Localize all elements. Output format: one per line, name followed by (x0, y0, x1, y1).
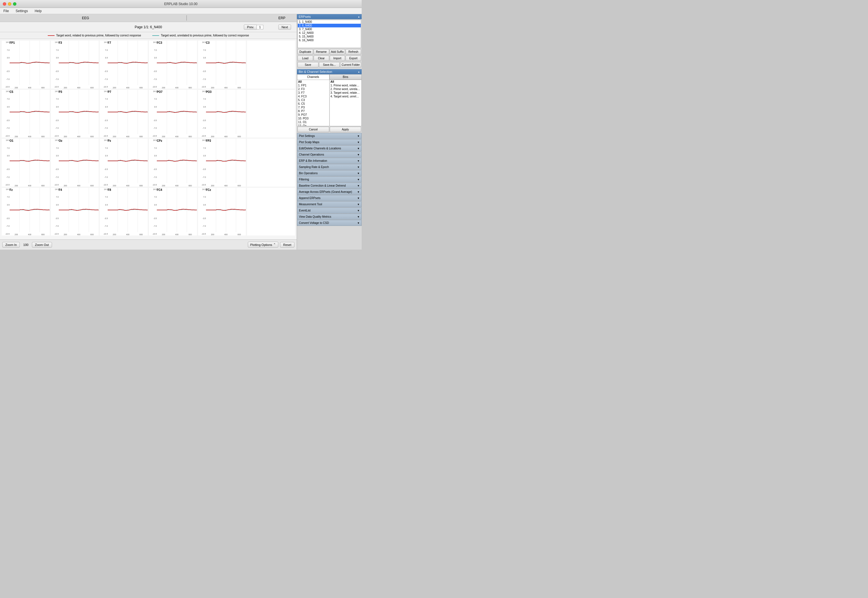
channel-list-item-10[interactable]: 10. PO3 (297, 117, 329, 120)
collapsed-section-erp--bin-information[interactable]: ERP & Bin Information▼ (297, 158, 362, 164)
bin-list-item-2[interactable]: 2. Prime word, unrelated to (330, 87, 362, 91)
btn-refresh[interactable]: Refresh (346, 49, 361, 54)
collapsed-section-view-data-quality-metrics[interactable]: View Data Quality Metrics▼ (297, 214, 362, 220)
erpset-item-4[interactable]: 4. 12_N400 (298, 31, 361, 35)
btn-current-folder[interactable]: Current Folder (340, 62, 361, 67)
collapsed-section-measurement-tool[interactable]: Measurement Tool▼ (297, 201, 362, 207)
cancel-apply-row: Cancel Apply (297, 126, 362, 133)
btn-rename[interactable]: Rename (313, 49, 329, 54)
menu-help[interactable]: Help (34, 9, 43, 13)
channel-list-item-4[interactable]: 4. FC3 (297, 94, 329, 98)
x-axis-fp1: 200 400 600 (10, 85, 50, 89)
reset-button[interactable]: Reset (280, 242, 294, 248)
channel-list-item-3[interactable]: 3. F7 (297, 91, 329, 94)
channel-list-item-7[interactable]: 7. P3 (297, 106, 329, 109)
collapsed-section-convert-voltage-to-csd[interactable]: Convert Voltage to CSD▼ (297, 220, 362, 226)
btn-clear[interactable]: Clear (313, 55, 329, 61)
collapsed-section-label: Bin Operations (299, 172, 318, 175)
channel-list-item-0[interactable]: All (297, 80, 329, 84)
wave-cell-f8: 14.0 7.0 3.5 -3.5 -7.0 -10.5 F8 (100, 188, 148, 236)
erpsets-title: ERPsets (299, 15, 311, 18)
collapsed-section-label: View Data Quality Metrics (299, 215, 331, 218)
bin-list-item-1[interactable]: 1. Prime word, related to su (330, 84, 362, 87)
collapsed-section-channel-operations[interactable]: Channel Operations▼ (297, 152, 362, 157)
menu-settings[interactable]: Settings (14, 9, 29, 13)
collapsed-section-sampling-rate--epoch[interactable]: Sampling Rate & Epoch▼ (297, 164, 362, 170)
zoom-out-button[interactable]: Zoom Out (32, 242, 52, 248)
channel-list-item-8[interactable]: 8. P7 (297, 109, 329, 113)
zoom-in-button[interactable]: Zoom In (2, 242, 20, 248)
collapsed-section-arrow: ▼ (357, 135, 360, 138)
channels-list[interactable]: All1. FP12. F33. F74. FC35. C36. C57. P3… (297, 79, 329, 126)
collapsed-section-arrow: ▼ (357, 197, 360, 200)
bin-list-item-4[interactable]: 4. Target word, unrelated to (330, 94, 362, 98)
collapsed-section-append-erpsets[interactable]: Append ERPsets▼ (297, 195, 362, 201)
bin-list-item-3[interactable]: 3. Target word, related to pr (330, 91, 362, 94)
tab-bins[interactable]: Bins (330, 74, 362, 79)
erpset-item-1[interactable]: 1. 1_N400 (298, 20, 361, 24)
apply-button[interactable]: Apply (330, 127, 361, 132)
x-axis-c5: 200 400 600 (10, 134, 50, 138)
collapsed-section-filtering[interactable]: Filtering▼ (297, 176, 362, 182)
menu-file[interactable]: File (2, 9, 10, 13)
btn-save-as[interactable]: Save As... (319, 62, 340, 67)
btn-export[interactable]: Export (346, 55, 361, 61)
collapsed-section-average-across-erpsets-grand-average[interactable]: Average Across ERPsets (Grand Average)▼ (297, 189, 362, 195)
page-nav-bar: Page 1/1: 6_N400 Prev. Next (0, 22, 297, 32)
y-axis-fc3: 14.0 7.0 3.5 -3.5 -7.0 -10.5 (149, 41, 157, 89)
collapsed-section-label: Measurement Tool (299, 203, 322, 206)
y-axis-fp1: 14.0 7.0 3.5 -3.5 -7.0 -10.5 (2, 41, 10, 89)
tab-channels[interactable]: Channels (297, 74, 330, 79)
plotting-options-button[interactable]: Plotting Options ⌃ (248, 242, 279, 248)
erpset-item-6[interactable]: 6. 16_N400 (298, 38, 361, 42)
collapsed-section-label: Convert Voltage to CSD (299, 221, 329, 224)
erpsets-header: ERPsets ▲ (297, 14, 362, 19)
wave-canvas-po3 (206, 90, 246, 135)
main-container: EEG ERP Page 1/1: 6_N400 Prev. Next Targ… (0, 14, 362, 250)
wave-canvas-f8 (108, 188, 148, 232)
channel-list-item-5[interactable]: 5. C3 (297, 98, 329, 102)
waveform-grid: 14.0 7.0 3.5 -3.5 -7.0 -10.5 FP1 (0, 39, 297, 239)
collapsed-section-baseline-correction--linear-detrend[interactable]: Baseline Correction & Linear Detrend▼ (297, 183, 362, 188)
collapsed-section-editdelete-channels--locations[interactable]: Edit/Delete Channels & Locations▼ (297, 145, 362, 151)
channel-list-item-2[interactable]: 2. F3 (297, 87, 329, 91)
channel-list-item-12[interactable]: 12. Oz (297, 124, 329, 126)
erpset-item-3[interactable]: 3. 7_N400 (298, 27, 361, 31)
collapsed-section-label: ERP & Bin Information (299, 159, 327, 162)
maximize-button[interactable] (13, 2, 16, 6)
wave-cell-pz: 14.0 7.0 3.5 -3.5 -7.0 -10.5 Pz (100, 139, 148, 187)
y-axis-o1: 14.0 7.0 3.5 -3.5 -7.0 -10.5 (2, 139, 10, 187)
channel-list-item-6[interactable]: 6. C5 (297, 102, 329, 106)
channel-list-item-11[interactable]: 11. O1 (297, 120, 329, 124)
collapsed-section-bin-operations[interactable]: Bin Operations▼ (297, 170, 362, 176)
btn-import[interactable]: Import (330, 55, 345, 61)
bin-list-item-0[interactable]: All (330, 80, 362, 84)
eeg-erp-divider (186, 15, 187, 21)
close-button[interactable] (3, 2, 6, 6)
cancel-button[interactable]: Cancel (298, 127, 329, 132)
page-number-input[interactable] (256, 25, 263, 29)
btn-duplicate[interactable]: Duplicate (298, 49, 313, 54)
bins-list[interactable]: All1. Prime word, related to su2. Prime … (330, 79, 362, 126)
collapsed-section-eventlist[interactable]: EventList▼ (297, 208, 362, 214)
x-axis-fz: 200 400 600 (10, 232, 50, 235)
collapsed-section-plot-scalp-maps[interactable]: Plot Scalp Maps▼ (297, 139, 362, 145)
erpset-item-2[interactable]: 2. 6_N400 (298, 24, 361, 27)
minimize-button[interactable] (8, 2, 11, 6)
btn-add-suffix[interactable]: Add Suffix (330, 49, 345, 54)
wave-cell-fc4: 14.0 7.0 3.5 -3.5 -7.0 -10.5 FC4 (149, 188, 197, 236)
x-axis-c3: 200 400 600 (206, 85, 246, 89)
collapsed-section-plot-settings[interactable]: Plot Settings▼ (297, 133, 362, 139)
collapsed-section-label: Sampling Rate & Epoch (299, 166, 329, 169)
y-axis-pz: 14.0 7.0 3.5 -3.5 -7.0 -10.5 (100, 139, 108, 187)
window-controls[interactable] (3, 2, 16, 6)
erpset-item-5[interactable]: 5. 15_N400 (298, 35, 361, 38)
btn-load[interactable]: Load (298, 55, 313, 61)
channel-list-item-9[interactable]: 9. PO7 (297, 113, 329, 117)
erpsets-list[interactable]: 1. 1_N4002. 6_N4003. 7_N4004. 12_N4005. … (298, 20, 361, 48)
btn-save[interactable]: Save (298, 62, 318, 67)
prev-button[interactable]: Prev. (244, 25, 257, 30)
channel-list-item-1[interactable]: 1. FP1 (297, 84, 329, 87)
next-button[interactable]: Next (278, 25, 291, 30)
collapsed-section-label: Plot Scalp Maps (299, 141, 319, 144)
